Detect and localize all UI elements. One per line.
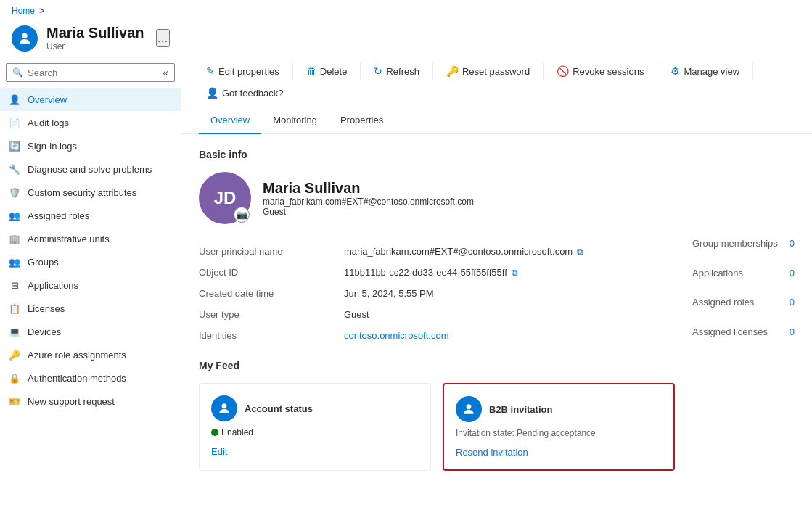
card-action-1[interactable]: Resend invitation [456, 447, 528, 458]
sidebar-item-authentication-methods[interactable]: 🔒 Authentication methods [0, 366, 181, 390]
copy-icon-1[interactable]: ⧉ [512, 268, 518, 278]
reset-password-label: Reset password [462, 66, 530, 77]
sidebar-item-groups[interactable]: 👥 Groups [0, 250, 181, 273]
field-value-2: Jun 5, 2024, 5:55 PM [344, 284, 669, 303]
stat-value-3[interactable]: 0 [790, 322, 795, 342]
sidebar-item-label-5: Assigned roles [28, 210, 89, 221]
user-info: Maria Sullivan maria_fabrikam.com#EXT#@c… [263, 180, 474, 217]
basic-info-section: JD 📷 Maria Sullivan maria_fabrikam.com#E… [199, 172, 795, 345]
stat-value-0[interactable]: 0 [790, 234, 795, 253]
sidebar-icon-13: 🎫 [9, 395, 20, 407]
edit-label: Edit properties [218, 66, 279, 77]
more-options-button[interactable]: ... [156, 29, 170, 47]
feed-avatar-0 [211, 395, 237, 421]
sidebar-item-diagnose-and-solve-problems[interactable]: 🔧 Diagnose and solve problems [0, 157, 181, 181]
card-header-1: B2B invitation [456, 396, 662, 422]
tab-overview[interactable]: Overview [199, 107, 261, 134]
sidebar-item-audit-logs[interactable]: 📄 Audit logs [0, 111, 181, 134]
reset-password-button[interactable]: 🔑 Reset password [439, 62, 537, 81]
delete-label: Delete [320, 66, 348, 77]
toolbar-divider-3 [432, 62, 433, 80]
copy-icon-0[interactable]: ⧉ [577, 247, 583, 257]
avatar: JD 📷 [199, 172, 251, 224]
sidebar-item-label-11: Azure role assignments [28, 350, 126, 361]
sidebar-item-overview[interactable]: 👤 Overview [0, 88, 181, 111]
delete-button[interactable]: 🗑 Delete [299, 62, 355, 81]
sidebar-items-container: 👤 Overview 📄 Audit logs 🔄 Sign-in logs 🔧… [0, 88, 181, 413]
field-link-4[interactable]: contoso.onmicrosoft.com [344, 330, 449, 341]
sidebar-item-devices[interactable]: 💻 Devices [0, 320, 181, 343]
toolbar-divider-1 [292, 62, 293, 80]
feed-cards: Account status Enabled Edit B2B invitati… [199, 383, 795, 471]
feed-person-icon-1 [462, 402, 476, 416]
camera-button[interactable]: 📷 [234, 207, 250, 223]
feedback-icon: 👤 [206, 87, 218, 99]
sidebar-icon-10: 💻 [9, 326, 20, 337]
sidebar-item-label-10: Devices [28, 326, 61, 337]
feedback-button[interactable]: 👤 Got feedback? [199, 83, 291, 102]
breadcrumb: Home > [0, 0, 812, 22]
tab-monitoring[interactable]: Monitoring [261, 107, 329, 134]
stat-value-1[interactable]: 0 [790, 263, 795, 283]
sidebar-item-label-8: Applications [28, 280, 78, 291]
user-details-left: JD 📷 Maria Sullivan maria_fabrikam.com#E… [199, 172, 669, 345]
edit-properties-button[interactable]: ✎ Edit properties [199, 62, 287, 81]
sidebar-item-applications[interactable]: ⊞ Applications [0, 273, 181, 297]
sidebar-icon-11: 🔑 [9, 349, 20, 361]
user-type: Guest [263, 207, 474, 217]
card-status-1: Invitation state: Pending acceptance [456, 428, 662, 438]
card-title-0: Account status [245, 403, 313, 414]
svg-point-2 [467, 404, 472, 409]
card-title-1: B2B invitation [489, 404, 552, 415]
user-card: JD 📷 Maria Sullivan maria_fabrikam.com#E… [199, 172, 669, 224]
search-input[interactable] [28, 67, 158, 78]
page-title: Maria Sullivan [46, 25, 144, 41]
sidebar-icon-2: 🔄 [9, 140, 20, 152]
refresh-icon: ↻ [374, 65, 382, 77]
sidebar-item-custom-security-attributes[interactable]: 🛡️ Custom security attributes [0, 181, 181, 204]
toolbar-divider-5 [657, 62, 657, 80]
sidebar-item-sign-in-logs[interactable]: 🔄 Sign-in logs [0, 134, 181, 157]
tab-properties[interactable]: Properties [329, 107, 395, 134]
toolbar-divider-4 [543, 62, 544, 80]
sidebar-item-label-13: New support request [28, 396, 115, 407]
manage-view-button[interactable]: ⚙ Manage view [663, 62, 747, 81]
sidebar-item-administrative-units[interactable]: 🏢 Administrative units [0, 227, 181, 250]
field-label-1: Object ID [199, 263, 344, 282]
feed-avatar-1 [456, 396, 482, 422]
sidebar-icon-5: 👥 [9, 210, 20, 221]
sidebar-icon-9: 📋 [9, 302, 20, 314]
page-header-info: Maria Sullivan User [46, 25, 144, 52]
field-label-0: User principal name [199, 242, 344, 261]
sidebar-item-assigned-roles[interactable]: 👥 Assigned roles [0, 204, 181, 227]
stat-value-2[interactable]: 0 [790, 292, 795, 312]
sidebar-item-azure-role-assignments[interactable]: 🔑 Azure role assignments [0, 343, 181, 366]
content-area: OverviewMonitoringProperties Basic info … [181, 107, 812, 523]
sidebar-icon-6: 🏢 [9, 233, 20, 244]
sidebar-item-new-support-request[interactable]: 🎫 New support request [0, 390, 181, 413]
sidebar-item-label-6: Administrative units [28, 234, 110, 244]
my-feed-title: My Feed [199, 360, 795, 371]
card-action-0[interactable]: Edit [211, 446, 227, 457]
revoke-sessions-label: Revoke sessions [573, 66, 644, 77]
refresh-button[interactable]: ↻ Refresh [366, 62, 427, 81]
search-box[interactable]: 🔍 « [6, 63, 175, 82]
search-icon: 🔍 [12, 67, 23, 78]
stat-label-2: Assigned roles [692, 292, 778, 312]
collapse-icon[interactable]: « [163, 67, 168, 78]
breadcrumb-home[interactable]: Home [12, 6, 35, 16]
card-status-0: Enabled [211, 427, 419, 437]
sidebar-icon-1: 📄 [9, 117, 20, 128]
avatar-initials: JD [214, 188, 237, 208]
revoke-sessions-button[interactable]: 🚫 Revoke sessions [549, 62, 651, 81]
toolbar-divider-6 [752, 62, 753, 80]
user-icon [17, 30, 33, 46]
breadcrumb-separator: > [39, 6, 44, 16]
sidebar-item-label-0: Overview [28, 94, 67, 105]
status-dot-0 [211, 429, 218, 436]
sidebar-item-licenses[interactable]: 📋 Licenses [0, 297, 181, 320]
user-stats-right: Group memberships0Applications0Assigned … [692, 172, 795, 345]
field-label-3: User type [199, 305, 344, 324]
user-full-name: Maria Sullivan [263, 180, 474, 197]
sidebar-icon-12: 🔒 [9, 372, 20, 384]
